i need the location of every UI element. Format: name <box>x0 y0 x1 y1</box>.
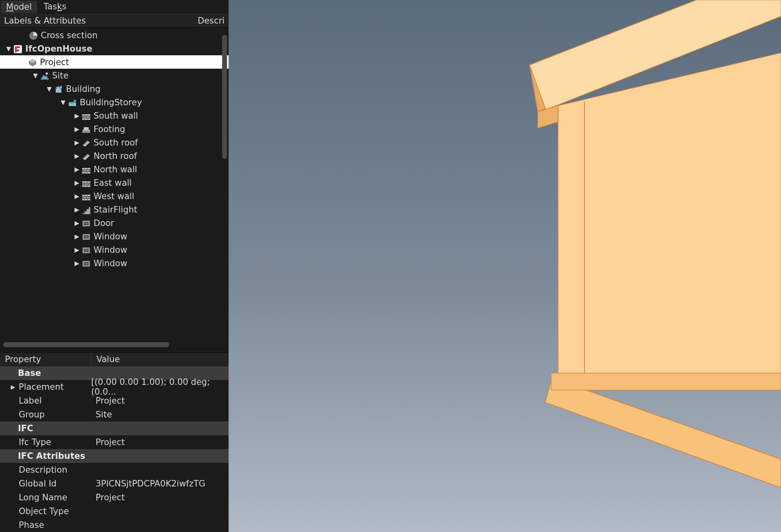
tree-label: North roof <box>94 151 137 161</box>
tree-item-footing-1[interactable]: ▶Footing <box>0 122 229 136</box>
roof-icon <box>81 138 91 148</box>
tree-item-site[interactable]: ▼ Site <box>0 69 229 82</box>
tab-model[interactable]: Model <box>0 0 38 13</box>
tree-item-window-9[interactable]: ▶Window <box>0 230 229 243</box>
scroll-thumb[interactable] <box>222 35 227 159</box>
tree-label: BuildingStorey <box>80 98 142 107</box>
prop-placement[interactable]: ▶ Placement [(0.00 0.00 1.00); 0.00 deg;… <box>0 380 229 394</box>
tree-label: StairFlight <box>94 205 137 215</box>
prop-name: Long Name <box>0 493 92 502</box>
caret-down-icon[interactable]: ▼ <box>46 85 53 93</box>
prop-group-ifcattrs[interactable]: IFC Attributes <box>0 449 229 463</box>
tree-item-window-11[interactable]: ▶Window <box>0 256 229 270</box>
tab-tasks[interactable]: Tasks <box>38 0 72 13</box>
prop-globalid[interactable]: Global Id3PlCNSjtPDCPA0K2iwfzTG <box>0 477 229 491</box>
caret-down-icon[interactable]: ▼ <box>5 45 12 52</box>
prop-value: 3PlCNSjtPDCPA0K2iwfzTG <box>92 479 205 489</box>
tab-tasks-label: Tasks <box>44 2 66 11</box>
tree-label: Window <box>94 245 127 255</box>
site-icon <box>39 71 50 80</box>
caret-right-icon[interactable]: ▶ <box>73 233 81 240</box>
tree-item-storey[interactable]: ▼ BuildingStorey <box>0 96 229 109</box>
prop-ifctype[interactable]: Ifc TypeProject <box>0 435 229 449</box>
caret-right-icon[interactable]: ▶ <box>73 112 81 119</box>
caret-right-icon[interactable]: ▶ <box>73 166 81 173</box>
tree-item-window-10[interactable]: ▶Window <box>0 243 229 256</box>
prop-value: Site <box>92 410 112 419</box>
tree-item-north-wall-4[interactable]: ▶North wall <box>0 163 229 176</box>
model-tree: ▶ Cross section ▼ IfcOpenHouse ▶ Project <box>0 28 229 270</box>
prop-objecttype[interactable]: Object Type <box>0 504 229 518</box>
prop-value: [(0.00 0.00 1.00); 0.00 deg; (0.0... <box>87 377 229 397</box>
project-icon <box>27 57 37 67</box>
scroll-thumb[interactable] <box>3 342 169 347</box>
tree-label: West wall <box>94 191 134 201</box>
tree-label: Window <box>94 232 127 241</box>
caret-right-icon[interactable]: ▶ <box>73 152 81 160</box>
tree-label: Door <box>94 218 114 228</box>
stair-icon <box>81 205 91 215</box>
roof-icon <box>81 151 91 161</box>
props-header-value[interactable]: Value <box>92 353 125 366</box>
tree-label: Window <box>94 258 127 268</box>
tree-item-building[interactable]: ▼ Building <box>0 82 229 96</box>
panel-tabs: Model Tasks <box>0 0 229 14</box>
tab-model-label: Model <box>6 2 32 12</box>
app-root: Model Tasks Labels & Attributes Descri ▶… <box>0 0 781 532</box>
tree-header-col1[interactable]: Labels & Attributes <box>0 14 194 27</box>
prop-value: Project <box>92 396 125 406</box>
tree-scroll[interactable]: ▶ Cross section ▼ IfcOpenHouse ▶ Project <box>0 28 229 349</box>
tree-item-east-wall-5[interactable]: ▶East wall <box>0 176 229 189</box>
tree-hscrollbar[interactable] <box>3 342 219 347</box>
tree-label: Project <box>40 57 69 67</box>
caret-right-icon[interactable]: ▶ <box>73 219 81 227</box>
prop-group[interactable]: GroupSite <box>0 408 229 421</box>
svg-marker-18 <box>545 378 781 488</box>
opening-icon <box>81 258 91 268</box>
caret-right-icon[interactable]: ▶ <box>73 206 81 213</box>
tree-item-project[interactable]: ▶ Project <box>0 55 229 69</box>
tree-item-north-roof-3[interactable]: ▶North roof <box>0 149 229 163</box>
property-panel: Base ▶ Placement [(0.00 0.00 1.00); 0.00… <box>0 366 229 532</box>
caret-right-icon[interactable]: ▶ <box>73 126 81 133</box>
caret-right-icon[interactable]: ▶ <box>73 193 81 200</box>
wall-icon <box>81 191 91 201</box>
chevron-right-icon[interactable]: ▶ <box>9 384 17 390</box>
caret-right-icon[interactable]: ▶ <box>73 139 81 146</box>
building-render <box>229 0 781 532</box>
prop-group-ifc[interactable]: IFC <box>0 421 229 435</box>
freecad-icon <box>12 44 23 54</box>
wall-icon <box>81 111 91 121</box>
footing-icon <box>81 124 91 134</box>
caret-right-icon[interactable]: ▶ <box>73 246 81 254</box>
tree-vscrollbar[interactable] <box>222 28 227 339</box>
tree-item-west-wall-6[interactable]: ▶West wall <box>0 189 229 203</box>
tree-item-south-wall-0[interactable]: ▶South wall <box>0 109 229 122</box>
caret-right-icon[interactable]: ▶ <box>73 179 81 187</box>
wall-icon <box>81 178 91 188</box>
svg-marker-19 <box>558 53 781 378</box>
prop-description[interactable]: Description <box>0 463 229 477</box>
caret-down-icon[interactable]: ▼ <box>59 99 67 106</box>
prop-longname[interactable]: Long NameProject <box>0 491 229 504</box>
caret-down-icon[interactable]: ▼ <box>32 72 39 79</box>
prop-phase[interactable]: Phase <box>0 518 229 532</box>
tree-item-root[interactable]: ▼ IfcOpenHouse <box>0 42 229 55</box>
tree-item-south-roof-2[interactable]: ▶South roof <box>0 136 229 149</box>
tree-item-cross-section[interactable]: ▶ Cross section <box>0 28 229 42</box>
opening-icon <box>81 232 91 241</box>
props-header: Property Value <box>0 353 229 366</box>
splitter[interactable] <box>0 349 229 353</box>
tree-header-col2[interactable]: Descri <box>194 14 229 27</box>
tree-header: Labels & Attributes Descri <box>0 14 229 28</box>
prop-name: Object Type <box>0 506 92 516</box>
tree-panel: ▶ Cross section ▼ IfcOpenHouse ▶ Project <box>0 28 229 349</box>
3d-viewport[interactable] <box>229 0 781 532</box>
tree-item-stairflight-7[interactable]: ▶StairFlight <box>0 203 229 216</box>
caret-right-icon[interactable]: ▶ <box>73 260 81 267</box>
props-header-property[interactable]: Property <box>0 353 92 366</box>
tree-label: Building <box>66 84 100 94</box>
tree-label: East wall <box>94 178 132 188</box>
tree-item-door-8[interactable]: ▶Door <box>0 216 229 230</box>
wall-icon <box>81 165 91 174</box>
